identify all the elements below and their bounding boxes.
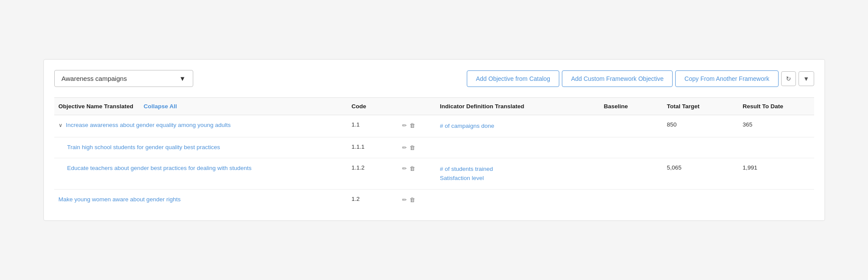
delete-icon[interactable]: 🗑 — [409, 122, 415, 129]
objectives-table: Objective Name Translated Collapse All C… — [54, 98, 814, 210]
baseline-cell — [600, 137, 663, 158]
objectives-table-wrapper: Objective Name Translated Collapse All C… — [54, 97, 814, 210]
refresh-button[interactable]: ↻ — [781, 71, 796, 86]
total-target-cell: 5,065 — [663, 158, 738, 189]
col-header-code: Code — [347, 98, 398, 115]
result-to-date-cell — [738, 189, 814, 210]
total-target-cell — [663, 137, 738, 158]
code-cell: 1.2 — [347, 189, 398, 210]
edit-icon[interactable]: ✏ — [402, 144, 407, 151]
objective-name-link[interactable]: Train high school students for gender qu… — [67, 143, 220, 152]
result-to-date-cell — [738, 137, 814, 158]
code-cell: 1.1.2 — [347, 158, 398, 189]
col-header-actions — [398, 98, 436, 115]
framework-dropdown[interactable]: Awareness campaigns ▼ — [54, 70, 193, 87]
objective-name-cell: ∨Increase awareness about gender equalit… — [54, 115, 347, 137]
copy-framework-button[interactable]: Copy From Another Framework — [675, 70, 778, 87]
table-header-row: Objective Name Translated Collapse All C… — [54, 98, 814, 115]
table-row: Train high school students for gender qu… — [54, 137, 814, 158]
toolbar: Awareness campaigns ▼ Add Objective from… — [54, 70, 814, 87]
main-container: Awareness campaigns ▼ Add Objective from… — [43, 59, 825, 221]
col-header-baseline: Baseline — [600, 98, 663, 115]
table-row: Educate teachers about gender best pract… — [54, 158, 814, 189]
indicator-cell — [436, 189, 600, 210]
chevron-down-icon[interactable]: ∨ — [59, 122, 63, 128]
indicator-link[interactable]: # of students trained — [440, 164, 595, 174]
objective-name-cell: Educate teachers about gender best pract… — [54, 158, 347, 189]
objective-name-cell: Make young women aware about gender righ… — [54, 189, 347, 210]
indicator-cell: # of students trainedSatisfaction level — [436, 158, 600, 189]
objective-name-link[interactable]: Increase awareness about gender equality… — [66, 121, 231, 130]
indicator-link[interactable]: Satisfaction level — [440, 173, 595, 183]
baseline-cell — [600, 189, 663, 210]
baseline-cell — [600, 115, 663, 137]
actions-cell: ✏🗑 — [398, 115, 436, 137]
edit-icon[interactable]: ✏ — [402, 122, 407, 129]
code-cell: 1.1 — [347, 115, 398, 137]
col-header-objective: Objective Name Translated Collapse All — [54, 98, 347, 115]
edit-icon[interactable]: ✏ — [402, 165, 407, 172]
indicator-link[interactable]: # of campaigns done — [440, 121, 595, 131]
baseline-cell — [600, 158, 663, 189]
col-header-total-target: Total Target — [663, 98, 738, 115]
delete-icon[interactable]: 🗑 — [409, 165, 415, 172]
objective-name-cell: Train high school students for gender qu… — [54, 137, 347, 158]
add-custom-objective-button[interactable]: Add Custom Framework Objective — [562, 70, 673, 87]
table-row: Make young women aware about gender righ… — [54, 189, 814, 210]
objective-name-link[interactable]: Make young women aware about gender righ… — [59, 196, 181, 204]
total-target-cell — [663, 189, 738, 210]
col-header-result: Result To Date — [738, 98, 814, 115]
collapse-all-link[interactable]: Collapse All — [144, 103, 177, 110]
delete-icon[interactable]: 🗑 — [409, 197, 415, 203]
col-header-indicator: Indicator Definition Translated — [436, 98, 600, 115]
result-to-date-cell: 1,991 — [738, 158, 814, 189]
delete-icon[interactable]: 🗑 — [409, 144, 415, 151]
code-cell: 1.1.1 — [347, 137, 398, 158]
toolbar-buttons: Add Objective from Catalog Add Custom Fr… — [467, 70, 814, 87]
framework-dropdown-label: Awareness campaigns — [62, 75, 127, 82]
add-objective-catalog-button[interactable]: Add Objective from Catalog — [467, 70, 559, 87]
actions-cell: ✏🗑 — [398, 137, 436, 158]
objective-name-link[interactable]: Educate teachers about gender best pract… — [67, 164, 252, 173]
indicator-cell: # of campaigns done — [436, 115, 600, 137]
refresh-icon: ↻ — [786, 75, 791, 82]
total-target-cell: 850 — [663, 115, 738, 137]
actions-cell: ✏🗑 — [398, 189, 436, 210]
framework-dropdown-arrow: ▼ — [179, 75, 186, 82]
edit-icon[interactable]: ✏ — [402, 197, 407, 203]
more-options-button[interactable]: ▼ — [799, 71, 814, 86]
indicator-cell — [436, 137, 600, 158]
result-to-date-cell: 365 — [738, 115, 814, 137]
chevron-down-icon: ▼ — [803, 75, 809, 82]
actions-cell: ✏🗑 — [398, 158, 436, 189]
table-body: ∨Increase awareness about gender equalit… — [54, 115, 814, 210]
table-row: ∨Increase awareness about gender equalit… — [54, 115, 814, 137]
